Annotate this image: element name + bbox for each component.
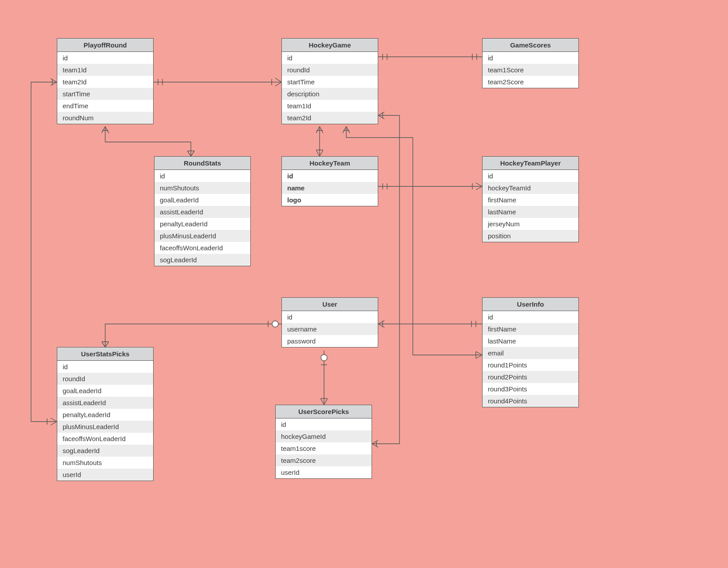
entity-title: HockeyGame (282, 39, 378, 52)
field: username (282, 323, 378, 335)
field: email (483, 347, 578, 359)
field: team2Id (57, 76, 153, 88)
field: faceoffsWonLeaderId (57, 433, 153, 445)
field: round1Points (483, 359, 578, 371)
field: penaltyLeaderId (154, 218, 250, 230)
field: id (282, 52, 378, 64)
field: team1score (276, 442, 372, 454)
field: plusMinusLeaderId (57, 421, 153, 433)
field: plusMinusLeaderId (154, 230, 250, 242)
field: id (483, 52, 578, 64)
entity-playoff-round: PlayoffRound id team1Id team2Id startTim… (57, 38, 154, 124)
field: assistLeaderId (57, 397, 153, 409)
field: password (282, 335, 378, 347)
field: goalLeaderId (57, 385, 153, 397)
field: logo (282, 194, 378, 206)
field: userId (57, 469, 153, 481)
field: id (276, 418, 372, 430)
field: round2Points (483, 371, 578, 383)
field: id (483, 311, 578, 323)
entity-hockey-team: HockeyTeam id name logo (281, 156, 378, 206)
field: firstName (483, 194, 578, 206)
field: numShutouts (154, 182, 250, 194)
field: team2Score (483, 76, 578, 88)
field: id (282, 311, 378, 323)
field: userId (276, 466, 372, 478)
field: round4Points (483, 395, 578, 407)
field: roundId (57, 373, 153, 385)
field: id (282, 170, 378, 182)
field: id (483, 170, 578, 182)
field: team1Id (282, 100, 378, 112)
field: hockeyGameId (276, 430, 372, 442)
field: team1Score (483, 64, 578, 76)
field: faceoffsWonLeaderId (154, 242, 250, 254)
field: endTime (57, 100, 153, 112)
entity-title: UserInfo (483, 298, 578, 311)
field: jerseyNum (483, 218, 578, 230)
entity-title: GameScores (483, 39, 578, 52)
field: id (57, 361, 153, 373)
field: id (154, 170, 250, 182)
field: startTime (282, 76, 378, 88)
entity-user: User id username password (281, 297, 378, 347)
field: position (483, 230, 578, 242)
field: description (282, 88, 378, 100)
entity-user-stats-picks: UserStatsPicks id roundId goalLeaderId a… (57, 347, 154, 481)
field: hockeyTeamId (483, 182, 578, 194)
entity-title: UserScorePicks (276, 405, 372, 418)
entity-title: RoundStats (154, 157, 250, 170)
entity-game-scores: GameScores id team1Score team2Score (482, 38, 579, 88)
field: name (282, 182, 378, 194)
entity-title: HockeyTeam (282, 157, 378, 170)
field: lastName (483, 335, 578, 347)
field: firstName (483, 323, 578, 335)
field: team2score (276, 454, 372, 466)
entity-user-info: UserInfo id firstName lastName email rou… (482, 297, 579, 407)
field: sogLeaderId (154, 254, 250, 266)
field: sogLeaderId (57, 445, 153, 457)
entity-title: User (282, 298, 378, 311)
entity-hockey-team-player: HockeyTeamPlayer id hockeyTeamId firstNa… (482, 156, 579, 242)
field: roundId (282, 64, 378, 76)
svg-point-7 (321, 355, 327, 361)
field: lastName (483, 206, 578, 218)
field: roundNum (57, 112, 153, 124)
field: team1Id (57, 64, 153, 76)
entity-title: UserStatsPicks (57, 347, 153, 361)
field: id (57, 52, 153, 64)
field: numShutouts (57, 457, 153, 469)
field: goalLeaderId (154, 194, 250, 206)
entity-title: HockeyTeamPlayer (483, 157, 578, 170)
field: team2Id (282, 112, 378, 124)
field: startTime (57, 88, 153, 100)
field: assistLeaderId (154, 206, 250, 218)
entity-title: PlayoffRound (57, 39, 153, 52)
svg-point-4 (272, 321, 278, 327)
field: round3Points (483, 383, 578, 395)
entity-user-score-picks: UserScorePicks id hockeyGameId team1scor… (275, 405, 372, 479)
field: penaltyLeaderId (57, 409, 153, 421)
entity-round-stats: RoundStats id numShutouts goalLeaderId a… (154, 156, 251, 266)
entity-hockey-game: HockeyGame id roundId startTime descript… (281, 38, 378, 124)
